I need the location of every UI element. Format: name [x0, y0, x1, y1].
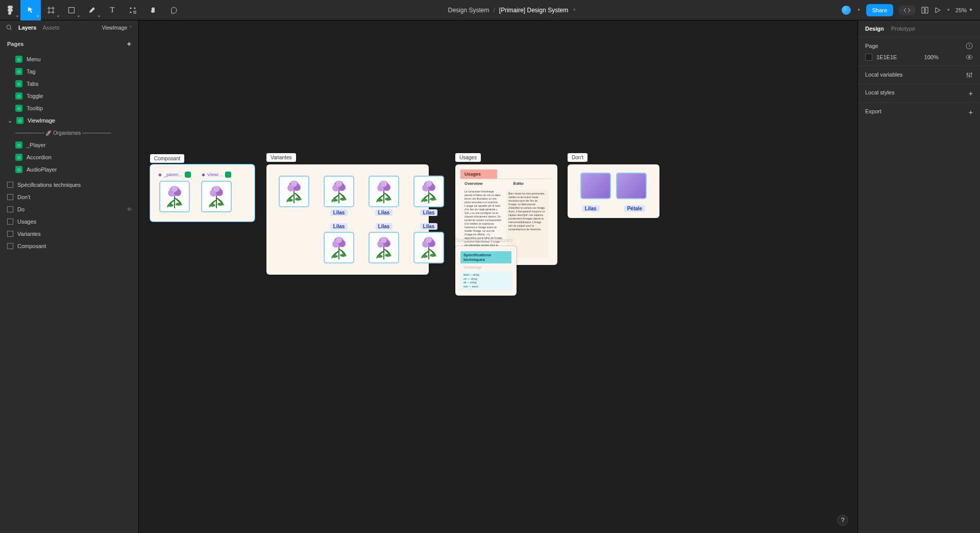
canvas-frame-composant[interactable]: ◆_paren… ◆ViewI…	[150, 164, 255, 222]
layer-viewimage[interactable]: ⌄ ◇ ViewImage	[0, 114, 138, 127]
layer-label: Tabs	[27, 81, 38, 87]
chevron-down-icon: ▼	[36, 15, 39, 18]
lilac-illustration	[418, 236, 440, 259]
component-icon: ◇	[15, 105, 22, 112]
canvas[interactable]: Composant ◆_paren… ◆ViewI… Variantes	[139, 20, 857, 533]
frame-label-composant[interactable]: Composant	[150, 154, 184, 163]
sliders-icon[interactable]	[966, 71, 973, 79]
svg-point-2	[134, 7, 136, 9]
main-menu-button[interactable]: ▼	[0, 0, 20, 20]
canvas-frame-variantes[interactable]: Lilas Lilas Lilas Lilas Lilas Lilas	[266, 164, 429, 275]
layer-label: Menu	[27, 56, 41, 62]
layer-player[interactable]: ◇_Player	[0, 139, 138, 151]
design-panel: Design Prototype Page 1E1E1E 100%	[857, 20, 980, 533]
hand-tool[interactable]	[143, 0, 163, 20]
add-export-button[interactable]: +	[969, 108, 973, 116]
thumbnail[interactable]	[201, 181, 232, 212]
history-icon[interactable]	[966, 42, 973, 50]
caption: Lilas	[582, 205, 600, 212]
layer-label: Spécifications techniques	[17, 182, 81, 188]
shape-tool[interactable]: ▼	[61, 0, 82, 20]
layer-tabs[interactable]: ◇Tabs	[0, 78, 138, 90]
lilac-illustration	[205, 185, 228, 208]
add-style-button[interactable]: +	[969, 89, 973, 98]
thumbnail[interactable]	[324, 232, 354, 263]
frame-icon	[7, 206, 13, 212]
hidden-icon[interactable]: 👁	[127, 206, 132, 212]
page-switcher[interactable]: ViewImage ⌃	[102, 25, 132, 31]
comment-tool[interactable]	[163, 0, 184, 20]
layer-audioplayer[interactable]: ◇AudioPlayer	[0, 163, 138, 176]
frame-do[interactable]: Do 👁	[0, 203, 138, 215]
layer-tag[interactable]: ◇Tag	[0, 65, 138, 78]
cursor-icon	[27, 7, 34, 14]
tab-design[interactable]: Design	[865, 26, 884, 32]
library-icon[interactable]	[921, 6, 929, 14]
layer-accordion[interactable]: ◇Accordion	[0, 151, 138, 163]
frame-usages[interactable]: Usages	[0, 215, 138, 228]
layer-label: Tag	[27, 68, 36, 75]
layer-menu[interactable]: ◇Menu	[0, 53, 138, 65]
layer-tooltip[interactable]: ◇Tooltip	[0, 102, 138, 114]
bg-swatch[interactable]	[865, 54, 872, 61]
tab-prototype[interactable]: Prototype	[891, 26, 915, 32]
zoom-control[interactable]: 25% ▼	[955, 7, 973, 13]
frame-label-dont[interactable]: Don't	[568, 153, 587, 162]
pages-header: Pages	[7, 41, 23, 47]
chevron-down-icon[interactable]: ▼	[572, 8, 576, 12]
thumbnail[interactable]	[413, 232, 444, 263]
resources-tool[interactable]	[122, 0, 143, 20]
thumbnail[interactable]	[279, 176, 309, 207]
caret-down-icon[interactable]: ⌄	[7, 117, 12, 124]
breadcrumb-sep: /	[493, 7, 495, 14]
frame-variantes[interactable]: Variantes	[0, 228, 138, 240]
frame-label-usages[interactable]: Usages	[455, 153, 481, 162]
frame-composant[interactable]: Composant	[0, 240, 138, 252]
svg-rect-4	[134, 11, 136, 13]
component-icon: ◇	[15, 80, 22, 87]
svg-point-15	[967, 74, 968, 75]
frame-label-specs[interactable]: Spécifications techniques	[455, 237, 513, 243]
help-button[interactable]: ?	[837, 515, 848, 526]
breadcrumb-current[interactable]: [Primaire] Design System	[499, 7, 568, 14]
section-page: Page	[865, 43, 878, 49]
move-tool[interactable]: ▼	[20, 0, 41, 20]
breadcrumb-root[interactable]: Design System	[448, 7, 489, 14]
search-icon[interactable]	[6, 25, 12, 31]
thumbnail[interactable]	[159, 181, 190, 212]
layer-label: Composant	[17, 243, 46, 249]
thumbnail[interactable]	[369, 232, 399, 263]
share-button[interactable]: Share	[866, 4, 893, 16]
frame-tool[interactable]: ▼	[41, 0, 61, 20]
thumbnail[interactable]	[369, 176, 399, 207]
frame-icon	[7, 231, 13, 237]
lilac-illustration	[373, 180, 395, 203]
pen-tool[interactable]: ▼	[82, 0, 102, 20]
layer-toggle[interactable]: ◇Toggle	[0, 90, 138, 102]
frame-specs[interactable]: Spécifications techniques	[0, 179, 138, 191]
layer-label: _Player	[27, 142, 45, 148]
tab-assets[interactable]: Assets	[42, 25, 59, 31]
thumbnail[interactable]	[413, 176, 444, 207]
bg-opacity[interactable]: 100%	[924, 54, 939, 60]
add-page-button[interactable]: +	[127, 40, 131, 48]
tab-layers[interactable]: Layers	[18, 25, 36, 31]
frame-icon	[7, 194, 13, 200]
play-icon[interactable]	[934, 7, 941, 14]
eye-icon[interactable]	[966, 55, 973, 60]
chevron-down-icon[interactable]: ▼	[857, 8, 861, 12]
frame-dont[interactable]: Don't	[0, 191, 138, 203]
text-tool[interactable]: T	[102, 0, 122, 20]
canvas-frame-dont[interactable]: Lilas Pétale	[568, 164, 659, 218]
canvas-frame-specs[interactable]: Spécifications techniques ViewImage labe…	[455, 246, 517, 296]
avatar[interactable]	[841, 5, 852, 16]
section-localstyles: Local styles	[865, 89, 894, 98]
tool-strip: ▼ ▼ ▼ ▼ ▼ T	[0, 0, 184, 20]
component-icon: ◇	[15, 154, 22, 161]
bg-hex[interactable]: 1E1E1E	[876, 54, 897, 60]
thumbnail[interactable]	[324, 176, 354, 207]
svg-rect-0	[69, 7, 75, 13]
devmode-toggle[interactable]	[898, 5, 916, 15]
frame-label-variantes[interactable]: Variantes	[266, 153, 296, 162]
chevron-down-icon[interactable]: ▼	[946, 8, 950, 12]
